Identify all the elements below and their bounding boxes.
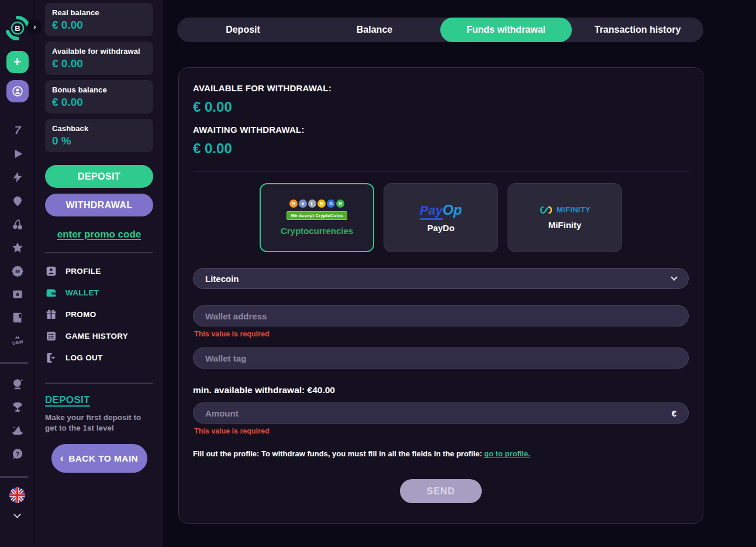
method-card-paydo[interactable]: PayOp PayDo xyxy=(384,183,498,252)
cashback-label: Cashback xyxy=(52,124,146,133)
level-promo-text: Make your first deposit to get to the 1s… xyxy=(45,412,153,434)
menu-label: WALLET xyxy=(65,288,99,297)
strawberry-icon[interactable] xyxy=(11,194,25,208)
bonus-balance-label: Bonus balance xyxy=(52,85,146,94)
go-to-profile-link[interactable]: go to profile. xyxy=(484,449,530,458)
tab-transaction-history[interactable]: Transaction history xyxy=(572,18,703,42)
book-icon[interactable] xyxy=(11,311,25,325)
wallet-address-field-wrap xyxy=(193,305,689,326)
profile-icon xyxy=(45,265,57,277)
chevron-right-icon: › xyxy=(33,22,36,31)
brand-logo[interactable]: B xyxy=(5,15,30,41)
chevron-left-icon: ‹ xyxy=(60,452,64,465)
flag-star-icon[interactable] xyxy=(11,287,25,301)
euro-symbol: € xyxy=(672,408,676,418)
send-button[interactable]: SEND xyxy=(400,479,482,503)
coin-blue: S xyxy=(327,199,335,208)
tab-balance[interactable]: Balance xyxy=(309,18,440,42)
amount-error: This value is required xyxy=(194,427,689,435)
person-icon xyxy=(11,85,24,98)
coin-gold: B xyxy=(317,199,326,208)
language-chevron-down-icon[interactable] xyxy=(15,509,20,520)
rail-divider xyxy=(0,476,28,478)
dw-crown-icon[interactable]: D&W xyxy=(11,334,25,348)
coin-bitcoin: B xyxy=(289,199,298,208)
wallet-sidebar: Real balance € 0.00 Available for withdr… xyxy=(35,0,163,547)
coin-ethereum: ♦ xyxy=(299,199,307,208)
game-category-icons: 7 M D&W xyxy=(11,114,25,348)
menu-item-game-history[interactable]: GAME HISTORY xyxy=(45,325,153,347)
star-icon[interactable] xyxy=(11,240,25,254)
menu-label: PROFILE xyxy=(65,267,101,276)
amount-field-wrap: € xyxy=(193,402,689,424)
svg-text:M: M xyxy=(15,269,20,274)
wallet-address-input[interactable] xyxy=(205,311,676,321)
available-withdrawal-label: Available for withdrawal xyxy=(52,47,146,56)
menu-item-log-out[interactable]: LOG OUT xyxy=(45,347,153,369)
play-icon[interactable] xyxy=(11,147,25,161)
bonus-balance-value: € 0.00 xyxy=(52,96,146,109)
menu-item-wallet[interactable]: WALLET xyxy=(45,282,153,304)
svg-text:7: 7 xyxy=(14,124,21,136)
level-deposit-link[interactable]: DEPOSIT xyxy=(45,394,90,406)
m-badge-icon[interactable]: M xyxy=(11,264,25,278)
help-icon[interactable]: ? xyxy=(11,447,25,461)
paydo-logo-left: Pay xyxy=(420,203,443,220)
wizard-hat-icon[interactable] xyxy=(11,424,25,438)
real-balance-card: Real balance € 0.00 xyxy=(45,3,153,36)
available-for-withdrawal-value: € 0.00 xyxy=(193,99,689,115)
real-balance-label: Real balance xyxy=(52,8,146,17)
paydo-logo-right: Op xyxy=(443,202,462,218)
wallet-icon xyxy=(45,287,57,299)
extra-icons: ? xyxy=(11,367,25,461)
back-to-main-button[interactable]: ‹ BACK TO MAIN xyxy=(51,444,147,473)
enter-promo-code-link[interactable]: enter promo code xyxy=(45,229,153,240)
language-flag-uk-icon[interactable] xyxy=(9,487,25,503)
real-balance-value: € 0.00 xyxy=(52,19,146,32)
paydo-logo: PayOp xyxy=(420,203,462,217)
tab-deposit[interactable]: Deposit xyxy=(177,18,309,42)
available-for-withdrawal-label: AVAILABLE FOR WITHDRAWAL: xyxy=(193,83,689,93)
wallet-tabs: Deposit Balance Funds withdrawal Transac… xyxy=(177,18,703,42)
rail-divider xyxy=(0,362,28,364)
menu-item-profile[interactable]: PROFILE xyxy=(45,260,153,282)
deposit-button[interactable]: DEPOSIT xyxy=(45,165,153,188)
coin-green: B xyxy=(336,199,344,208)
menu-label: PROMO xyxy=(65,310,96,319)
method-caption-mifinity: MiFinity xyxy=(548,220,582,230)
amount-input[interactable] xyxy=(205,408,672,418)
menu-item-promo[interactable]: PROMO xyxy=(45,304,153,325)
wallet-tag-field-wrap xyxy=(193,348,689,369)
account-button[interactable] xyxy=(6,80,29,102)
plus-icon: + xyxy=(13,54,21,70)
quick-deposit-button[interactable]: + xyxy=(6,51,29,73)
method-caption-crypto: Cryptocurrencies xyxy=(281,226,353,236)
method-card-mifinity[interactable]: MiFINITY MiFinity xyxy=(508,183,622,252)
svg-text:?: ? xyxy=(15,450,19,457)
cherry-icon[interactable] xyxy=(11,217,25,231)
icon-rail: B › + 7 xyxy=(0,0,35,547)
list-icon xyxy=(45,330,57,342)
logout-icon xyxy=(45,352,57,364)
method-caption-paydo: PayDo xyxy=(427,223,455,233)
withdrawal-panel: AVAILABLE FOR WITHDRAWAL: € 0.00 AWAITIN… xyxy=(178,67,703,524)
currency-select[interactable]: Litecoin xyxy=(193,268,689,289)
panel-divider xyxy=(193,171,689,171)
lightning-icon[interactable] xyxy=(11,170,25,184)
coin-litecoin: Ł xyxy=(308,199,316,208)
menu-label: LOG OUT xyxy=(65,353,103,362)
wallet-tag-input[interactable] xyxy=(205,353,676,363)
withdrawal-button[interactable]: WITHDRAWAL xyxy=(45,194,153,216)
method-card-cryptocurrencies[interactable]: B ♦ Ł B S B We Accept CryptoCoins Crypto… xyxy=(260,183,374,252)
menu-label: GAME HISTORY xyxy=(65,332,128,340)
sidebar-expand-button[interactable]: › xyxy=(27,19,42,34)
available-withdrawal-value: € 0.00 xyxy=(52,57,146,70)
main-content: Deposit Balance Funds withdrawal Transac… xyxy=(163,0,756,547)
profile-note: Fill out the profile: To withdraw funds,… xyxy=(193,449,689,458)
slots-seven-icon[interactable]: 7 xyxy=(11,123,25,137)
wallet-address-error: This value is required xyxy=(194,330,689,338)
trophy-icon[interactable] xyxy=(11,400,25,414)
crystal-ball-icon[interactable] xyxy=(11,377,25,391)
mifinity-logo-text: MiFINITY xyxy=(557,205,591,214)
tab-funds-withdrawal[interactable]: Funds withdrawal xyxy=(440,18,572,42)
